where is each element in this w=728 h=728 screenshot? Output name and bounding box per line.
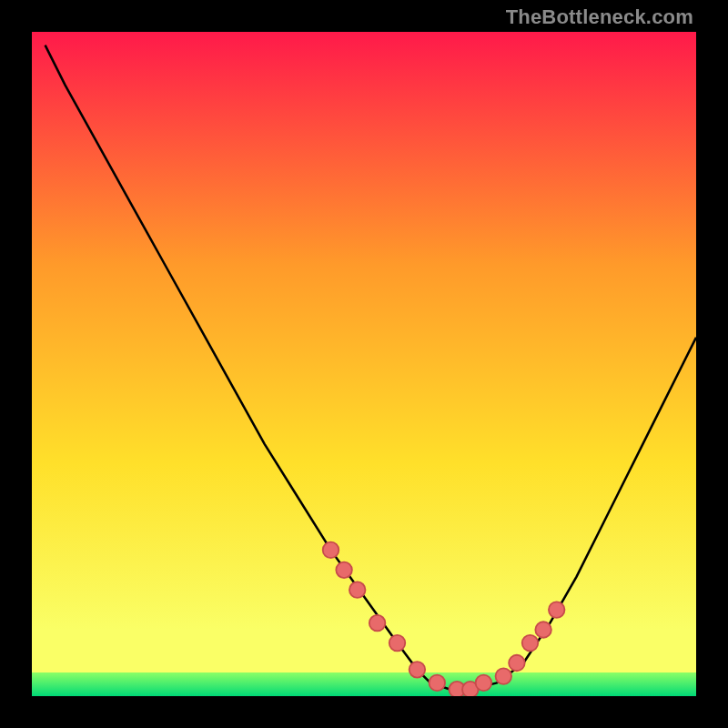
watermark-text: TheBottleneck.com [506, 5, 693, 29]
marker-point [349, 581, 366, 598]
chart-stage: TheBottleneck.com [0, 0, 728, 728]
chart-svg [32, 32, 696, 696]
bottleneck-curve [46, 46, 696, 690]
marker-point [410, 662, 426, 678]
marker-point [369, 615, 386, 632]
marker-point [336, 562, 352, 579]
marker-point [535, 622, 551, 638]
marker-group [323, 542, 565, 696]
marker-point [509, 655, 525, 672]
marker-point [323, 542, 339, 559]
marker-point [496, 668, 512, 684]
marker-point [430, 675, 446, 692]
marker-point [476, 675, 492, 692]
plot-area [32, 32, 696, 696]
marker-point [389, 635, 406, 652]
marker-point [522, 635, 539, 652]
marker-point [549, 602, 565, 618]
